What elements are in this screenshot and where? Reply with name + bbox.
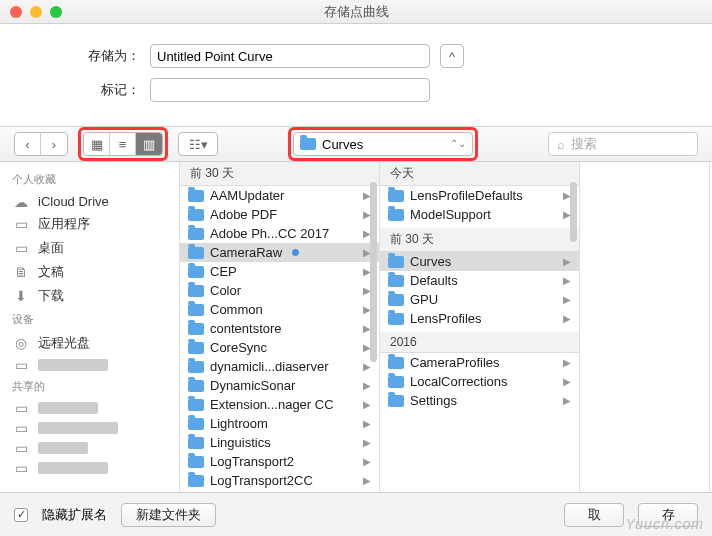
hide-extension-checkbox[interactable]: ✓	[14, 508, 28, 522]
sidebar-item[interactable]: ▭桌面	[0, 236, 179, 260]
list-item[interactable]: Common▶	[180, 300, 379, 319]
folder-icon	[300, 138, 316, 150]
list-item[interactable]: Defaults▶	[380, 271, 579, 290]
folder-icon	[188, 190, 204, 202]
folder-icon	[388, 190, 404, 202]
item-label: Adobe PDF	[210, 207, 277, 222]
list-item[interactable]: CameraProfiles▶	[380, 353, 579, 372]
tag-label: 标记：	[60, 81, 140, 99]
list-item[interactable]: Adobe Ph...CC 2017▶	[180, 224, 379, 243]
sidebar-shared-header: 共享的	[0, 375, 179, 398]
list-item[interactable]: Extension...nager CC▶	[180, 395, 379, 414]
folder-icon	[188, 380, 204, 392]
sidebar-item-label: 桌面	[38, 239, 64, 257]
list-item[interactable]: contentstore▶	[180, 319, 379, 338]
nav-forward-button[interactable]: ›	[41, 133, 67, 155]
item-label: LensProfiles	[410, 311, 482, 326]
search-placeholder: 搜索	[571, 135, 597, 153]
chevron-right-icon: ▶	[363, 437, 371, 448]
item-label: Adobe Ph...CC 2017	[210, 226, 329, 241]
tag-input[interactable]	[150, 78, 430, 102]
sidebar-item-label: 远程光盘	[38, 334, 90, 352]
folder-icon	[388, 395, 404, 407]
view-icons-button[interactable]: ▦	[84, 133, 110, 155]
list-item[interactable]: dynamicli...diaserver▶	[180, 357, 379, 376]
nav-back-button[interactable]: ‹	[15, 133, 41, 155]
folder-icon	[388, 275, 404, 287]
col1-header: 前 30 天	[180, 162, 379, 186]
list-item[interactable]: Linguistics▶	[180, 433, 379, 452]
item-label: Curves	[410, 254, 451, 269]
list-item[interactable]: AAMUpdater▶	[180, 186, 379, 205]
list-item[interactable]: GPU▶	[380, 290, 579, 309]
list-item[interactable]: Curves▶	[380, 252, 579, 271]
item-label: AAMUpdater	[210, 188, 284, 203]
save-as-input[interactable]	[150, 44, 430, 68]
list-item[interactable]: Settings▶	[380, 391, 579, 410]
cancel-button[interactable]: 取	[564, 503, 624, 527]
view-columns-button[interactable]: ▥	[136, 133, 162, 155]
folder-icon	[188, 418, 204, 430]
list-item[interactable]: ModelSupport▶	[380, 205, 579, 224]
save-form: 存储为： ^ 标记：	[0, 24, 712, 126]
column-2: 今天LensProfileDefaults▶ModelSupport▶前 30 …	[380, 162, 580, 492]
chevron-right-icon: ▶	[363, 399, 371, 410]
scrollbar[interactable]	[570, 182, 577, 242]
folder-icon	[188, 247, 204, 259]
folder-icon	[188, 323, 204, 335]
folder-icon	[388, 256, 404, 268]
folder-icon	[188, 285, 204, 297]
new-folder-button[interactable]: 新建文件夹	[121, 503, 216, 527]
sidebar-item[interactable]: 🗎文稿	[0, 260, 179, 284]
sidebar-item[interactable]: ▭应用程序	[0, 212, 179, 236]
list-item[interactable]: CEP▶	[180, 262, 379, 281]
chevron-right-icon: ▶	[563, 395, 571, 406]
item-label: LogTransport2CC	[210, 473, 313, 488]
chevron-right-icon: ▶	[363, 475, 371, 486]
sidebar-icon: 🗎	[12, 265, 30, 279]
list-item[interactable]: Lightroom▶	[180, 414, 379, 433]
list-item[interactable]: LogTransport2▶	[180, 452, 379, 471]
list-item[interactable]: LocalCorrections▶	[380, 372, 579, 391]
group-by-button[interactable]: ☷▾	[179, 133, 217, 155]
list-item[interactable]: DynamicSonar▶	[180, 376, 379, 395]
chevron-right-icon: ▶	[563, 294, 571, 305]
list-item[interactable]: Adobe PDF▶	[180, 205, 379, 224]
item-label: Defaults	[410, 273, 458, 288]
hide-extension-label: 隐藏扩展名	[42, 506, 107, 524]
sidebar-device[interactable]: ◎远程光盘	[0, 331, 179, 355]
folder-icon	[388, 209, 404, 221]
chevron-right-icon: ▶	[363, 361, 371, 372]
chevron-updown-icon: ⌃⌄	[450, 139, 466, 149]
list-item[interactable]: Color▶	[180, 281, 379, 300]
sidebar-favorites-header: 个人收藏	[0, 168, 179, 191]
folder-icon	[188, 475, 204, 487]
path-label: Curves	[322, 137, 363, 152]
sidebar-icon: ▭	[12, 241, 30, 255]
collapse-button[interactable]: ^	[440, 44, 464, 68]
col2-header: 2016	[380, 332, 579, 353]
chevron-right-icon: ▶	[563, 275, 571, 286]
status-dot	[292, 249, 299, 256]
list-item[interactable]: LensProfileDefaults▶	[380, 186, 579, 205]
list-item[interactable]: LensProfiles▶	[380, 309, 579, 328]
sidebar-icon: ☁	[12, 195, 30, 209]
list-item[interactable]: CoreSync▶	[180, 338, 379, 357]
path-selector[interactable]: Curves ⌃⌄	[293, 132, 473, 156]
titlebar: 存储点曲线	[0, 0, 712, 24]
column-1: 前 30 天 AAMUpdater▶Adobe PDF▶Adobe Ph...C…	[180, 162, 380, 492]
watermark: Yuucn.com	[625, 516, 704, 532]
sidebar-devices-header: 设备	[0, 308, 179, 331]
chevron-right-icon: ▶	[363, 418, 371, 429]
folder-icon	[188, 456, 204, 468]
list-item[interactable]: LogTransport2CC▶	[180, 471, 379, 490]
folder-icon	[388, 376, 404, 388]
folder-icon	[188, 342, 204, 354]
search-field[interactable]: ⌕ 搜索	[548, 132, 698, 156]
list-item[interactable]: CameraRaw▶	[180, 243, 379, 262]
sidebar-item[interactable]: ☁iCloud Drive	[0, 191, 179, 212]
item-label: CEP	[210, 264, 237, 279]
view-list-button[interactable]: ≡	[110, 133, 136, 155]
scrollbar[interactable]	[370, 182, 377, 362]
sidebar-item[interactable]: ⬇下载	[0, 284, 179, 308]
